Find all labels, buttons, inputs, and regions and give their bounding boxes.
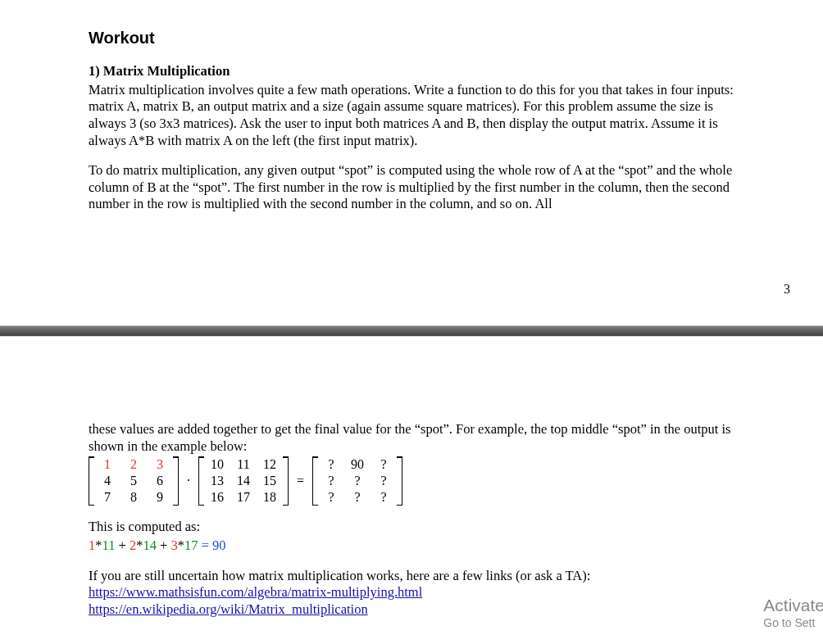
matrix-c-cell: ? (371, 489, 397, 506)
matrix-b-cell: 10 (204, 456, 230, 473)
calc-term: + (157, 537, 171, 553)
matrix-b: 10 11 12 13 14 15 16 17 18 (198, 456, 289, 506)
calc-term: 1 (89, 537, 95, 553)
page-number: 3 (784, 282, 790, 297)
matrix-c-cell: ? (344, 489, 371, 506)
equals-operator: = (295, 473, 306, 489)
matrix-a-cell: 4 (94, 473, 120, 489)
calc-term: 11 (102, 537, 116, 553)
workout-title: Workout (89, 28, 744, 48)
continuation-paragraph: these values are added together to get t… (89, 421, 744, 455)
computed-label: This is computed as: (89, 519, 744, 536)
calc-term: * (95, 537, 102, 553)
matrix-b-cell: 17 (230, 489, 257, 506)
matrix-a: 1 2 3 4 5 6 7 8 9 (89, 456, 179, 506)
links-intro: If you are still uncertain how matrix mu… (89, 568, 744, 585)
matrix-c-cell: 90 (344, 456, 371, 473)
matrix-c-cell: ? (344, 473, 371, 489)
calc-term: 17 (184, 537, 198, 553)
problem-label: 1) Matrix Multiplication (89, 63, 744, 80)
matrix-a-cell: 1 (94, 456, 120, 473)
calc-term: = 90 (198, 537, 226, 553)
link-wikipedia[interactable]: https://en.wikipedia.org/wiki/Matrix_mul… (89, 601, 368, 617)
matrix-a-cell: 7 (94, 489, 120, 506)
dot-operator: · (185, 473, 192, 489)
matrix-c-cell: ? (371, 456, 397, 473)
problem-paragraph-2: To do matrix multiplication, any given o… (89, 162, 744, 213)
watermark-line-2: Go to Sett (763, 616, 823, 629)
calc-term: + (115, 537, 130, 553)
matrix-b-cell: 18 (257, 489, 283, 506)
matrix-a-cell: 8 (120, 489, 147, 506)
calculation-line: 1*11 + 2*14 + 3*17 = 90 (89, 537, 744, 555)
problem-paragraph-1: Matrix multiplication involves quite a f… (89, 82, 744, 150)
matrix-b-cell: 11 (230, 456, 257, 473)
matrix-b-cell: 12 (257, 456, 283, 473)
matrix-a-cell: 5 (120, 473, 147, 489)
watermark-line-1: Activate (763, 596, 823, 615)
matrix-b-cell: 13 (204, 473, 230, 489)
matrix-c: ? 90 ? ? ? ? ? ? ? (312, 456, 402, 506)
matrix-a-cell: 9 (147, 489, 173, 506)
matrix-a-cell: 6 (147, 473, 173, 489)
matrix-a-cell: 2 (120, 456, 147, 473)
matrix-a-cell: 3 (147, 456, 173, 473)
matrix-b-cell: 14 (230, 473, 257, 489)
calc-term: * (178, 537, 184, 553)
matrix-c-cell: ? (318, 489, 344, 506)
link-mathsisfun[interactable]: https://www.mathsisfun.com/algebra/matri… (89, 584, 422, 600)
calc-term: 2 (130, 537, 136, 553)
calc-term: 14 (143, 537, 157, 553)
page-divider (0, 326, 823, 336)
calc-term: 3 (171, 537, 178, 553)
matrix-b-cell: 16 (204, 489, 230, 506)
matrix-c-cell: ? (371, 473, 397, 489)
matrix-b-cell: 15 (257, 473, 283, 489)
matrix-equation: 1 2 3 4 5 6 7 8 9 (89, 456, 744, 506)
activate-windows-watermark: Activate Go to Sett (763, 596, 823, 629)
matrix-c-cell: ? (318, 473, 344, 489)
matrix-c-cell: ? (318, 456, 344, 473)
